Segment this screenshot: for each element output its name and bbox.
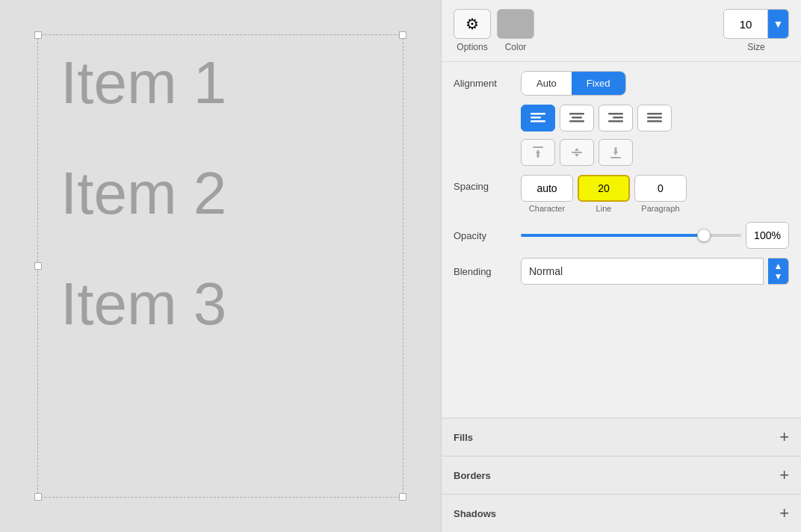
spacing-group: Character — [521, 175, 573, 213]
line-spacing-input[interactable] — [578, 175, 630, 202]
vert-align-group — [521, 139, 633, 166]
opacity-row: Opacity 100% — [454, 222, 789, 249]
text-align-left-button[interactable] — [521, 105, 555, 132]
handle-bottom-left[interactable] — [34, 493, 42, 501]
borders-add-button[interactable]: + — [779, 467, 789, 483]
text-align-justify-button[interactable] — [637, 105, 672, 132]
svg-rect-7 — [613, 117, 623, 119]
handle-top-right[interactable] — [399, 31, 406, 39]
shadows-add-button[interactable]: + — [779, 505, 789, 522]
align-center-icon — [569, 112, 584, 124]
svg-rect-12 — [533, 146, 543, 148]
vert-middle-icon — [570, 146, 584, 159]
character-spacing-label: Character — [529, 204, 565, 213]
blending-label: Blending — [454, 266, 521, 277]
color-swatch — [497, 9, 534, 39]
character-spacing-input[interactable] — [521, 175, 573, 202]
opacity-value: 100% — [746, 222, 789, 249]
list-item: Item 3 — [61, 271, 380, 337]
list-item: Item 1 — [61, 50, 380, 116]
svg-rect-8 — [608, 120, 623, 123]
blending-dropdown-button[interactable]: ▲▼ — [768, 258, 789, 285]
alignment-row: Alignment Auto Fixed — [454, 71, 789, 96]
align-left-icon — [531, 112, 545, 124]
right-panel: ⚙ Options Color ▼ Size Alignment Auto Fi… — [441, 0, 801, 532]
paragraph-spacing-group: Paragraph — [634, 175, 687, 213]
opacity-track — [521, 234, 741, 237]
blending-select[interactable]: Normal — [521, 258, 764, 285]
align-right-icon — [608, 112, 623, 124]
options-button[interactable]: ⚙ Options — [454, 9, 491, 52]
list-item: Item 2 — [61, 161, 380, 226]
gear-icon: ⚙ — [454, 9, 491, 39]
fills-label: Fills — [454, 432, 473, 443]
text-selection-box[interactable]: Item 1 Item 2 Item 3 — [37, 34, 403, 498]
shadows-label: Shadows — [454, 508, 496, 519]
size-label: Size — [747, 42, 764, 52]
handle-mid-left[interactable] — [34, 262, 42, 270]
text-align-row — [521, 105, 789, 132]
svg-rect-3 — [569, 113, 584, 115]
color-label: Color — [505, 42, 527, 52]
opacity-label: Opacity — [454, 230, 521, 241]
canvas-area: Item 1 Item 2 Item 3 — [0, 0, 441, 532]
text-align-right-button[interactable] — [599, 105, 633, 132]
vert-align-middle-button[interactable] — [560, 139, 594, 166]
handle-top-left[interactable] — [34, 31, 42, 39]
svg-rect-11 — [647, 120, 662, 123]
paragraph-spacing-label: Paragraph — [641, 204, 679, 213]
fills-add-button[interactable]: + — [779, 429, 789, 445]
fills-section: Fills + — [442, 418, 801, 456]
blending-controls: Normal ▲▼ — [521, 258, 789, 285]
paragraph-spacing-input[interactable] — [634, 175, 687, 202]
paragraph-spacing-wrap: Paragraph — [634, 175, 687, 213]
properties-panel: Alignment Auto Fixed — [442, 62, 801, 418]
size-input[interactable] — [723, 9, 768, 39]
svg-rect-6 — [608, 113, 623, 115]
toolbar: ⚙ Options Color ▼ Size — [442, 0, 801, 62]
line-spacing-label: Line — [596, 204, 612, 213]
shadows-section: Shadows + — [442, 494, 801, 532]
svg-rect-2 — [531, 120, 545, 123]
svg-rect-14 — [537, 152, 539, 158]
line-spacing-group: Line — [578, 175, 630, 213]
opacity-thumb[interactable] — [697, 229, 711, 242]
size-dropdown-button[interactable]: ▼ — [768, 9, 789, 39]
vert-align-top-button[interactable] — [521, 139, 555, 166]
svg-rect-0 — [531, 113, 545, 115]
opacity-controls: 100% — [521, 222, 789, 249]
fixed-align-button[interactable]: Fixed — [572, 72, 625, 95]
line-spacing-wrap: Line — [578, 175, 630, 213]
text-align-center-button[interactable] — [560, 105, 594, 132]
vert-align-bottom-button[interactable] — [599, 139, 633, 166]
character-spacing-wrap: Character — [521, 175, 573, 213]
svg-rect-15 — [572, 152, 582, 153]
borders-label: Borders — [454, 470, 491, 481]
blending-row: Blending Normal ▲▼ — [454, 258, 789, 285]
alignment-label: Alignment — [454, 78, 521, 89]
options-label: Options — [457, 42, 487, 52]
svg-rect-4 — [572, 117, 582, 119]
svg-rect-10 — [647, 117, 662, 119]
alignment-controls: Auto Fixed — [521, 71, 789, 96]
svg-rect-9 — [647, 113, 662, 115]
chevron-down-icon: ▲▼ — [774, 261, 783, 282]
alignment-toggle: Auto Fixed — [521, 71, 626, 96]
auto-align-button[interactable]: Auto — [522, 72, 572, 95]
align-justify-icon — [647, 112, 662, 124]
handle-bottom-right[interactable] — [399, 493, 406, 501]
svg-rect-5 — [569, 120, 584, 123]
spacing-row: Spacing Character Line — [454, 175, 789, 213]
vert-bottom-icon — [609, 146, 622, 159]
svg-rect-18 — [610, 157, 621, 158]
svg-rect-20 — [615, 147, 617, 152]
spacing-label: Spacing — [454, 175, 521, 192]
borders-section: Borders + — [442, 456, 801, 494]
vert-align-row — [521, 139, 789, 166]
text-align-group — [521, 105, 672, 132]
svg-marker-16 — [575, 148, 579, 151]
svg-marker-17 — [575, 154, 579, 157]
opacity-slider[interactable] — [521, 228, 741, 243]
vert-top-icon — [531, 146, 545, 159]
color-button[interactable]: Color — [497, 9, 534, 52]
